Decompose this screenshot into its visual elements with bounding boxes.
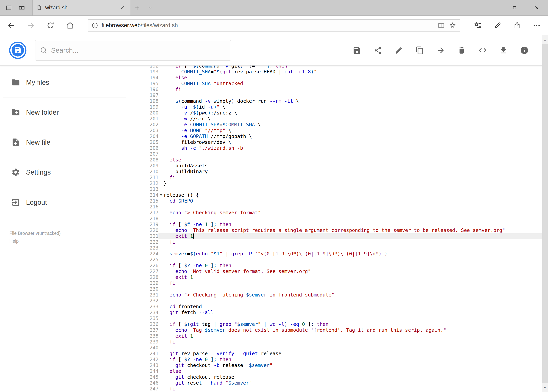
share-button[interactable]: [368, 40, 388, 61]
code-line[interactable]: 221 exit 1: [129, 233, 542, 239]
scroll-up-arrow-icon[interactable]: ▲: [542, 35, 548, 44]
code-text[interactable]: git rev-parse --verify --quiet release: [164, 351, 542, 357]
code-text[interactable]: if [ $(git tag | grep "$semver" | wc -l)…: [164, 321, 542, 327]
code-line[interactable]: 207: [129, 151, 542, 157]
search-input[interactable]: [51, 46, 226, 54]
code-text[interactable]: [164, 186, 542, 192]
code-line[interactable]: 234 git fetch --all: [129, 310, 542, 315]
code-line[interactable]: 194 else: [129, 75, 542, 81]
code-line[interactable]: 224 semver=$(echo "$1" | grep -P '^v(0|[…: [129, 251, 542, 257]
code-line[interactable]: 223: [129, 245, 542, 251]
code-text[interactable]: [164, 257, 542, 263]
code-text[interactable]: fi: [164, 280, 542, 286]
code-line[interactable]: 214▼release () {: [129, 192, 542, 198]
code-line[interactable]: 208 else: [129, 157, 542, 163]
code-text[interactable]: exit 1: [164, 274, 542, 280]
hub-favorites-icon[interactable]: [468, 18, 488, 33]
code-text[interactable]: COMMIT_SHA="$(git rev-parse HEAD | cut -…: [164, 69, 542, 75]
home-icon[interactable]: [60, 18, 80, 33]
tab-close-icon[interactable]: [118, 4, 127, 12]
page-scrollbar[interactable]: ▲ ▼: [542, 35, 548, 392]
code-line[interactable]: 233 cd frontend: [129, 304, 542, 310]
code-text[interactable]: sh -c "./wizard.sh -b": [164, 145, 542, 151]
set-aside-tabs-icon[interactable]: [2, 0, 15, 15]
code-line[interactable]: 220 echo "This release script requires a…: [129, 227, 542, 233]
search-box[interactable]: [35, 40, 231, 61]
code-text[interactable]: echo "Not valid semver format. See semve…: [164, 268, 542, 274]
code-text[interactable]: [164, 315, 542, 321]
reading-view-icon[interactable]: [436, 20, 447, 31]
forward-icon[interactable]: [21, 18, 41, 33]
code-line[interactable]: 209 buildAssets: [129, 163, 542, 169]
code-text[interactable]: if [ $# -ne 1 ]; then: [164, 222, 542, 227]
sidebar-item-new-file[interactable]: New file: [3, 127, 126, 157]
code-text[interactable]: exit 1: [164, 333, 542, 339]
code-line[interactable]: 211 fi: [129, 175, 542, 181]
code-text[interactable]: fi: [164, 175, 542, 181]
code-line[interactable]: 238 exit 1: [129, 333, 542, 339]
code-line[interactable]: 200 -v /$(pwd):/src:z \: [129, 110, 542, 116]
code-line[interactable]: 203 -e HOME="//tmp" \: [129, 128, 542, 133]
code-text[interactable]: echo "Tag $semver does not exist in subm…: [164, 327, 542, 333]
help-link[interactable]: Help: [9, 237, 129, 245]
code-line[interactable]: 192 if [ "$(command -v git)" != "" ]; th…: [129, 66, 542, 69]
info-button[interactable]: [514, 40, 535, 61]
code-text[interactable]: -e HOME="//tmp" \: [164, 128, 542, 133]
code-text[interactable]: git checkout release: [164, 374, 542, 380]
code-view-button[interactable]: [472, 40, 493, 61]
code-line[interactable]: 204 -e GOPATH=//tmp/gopath \: [129, 133, 542, 139]
code-text[interactable]: echo "> Checking matching $semver in fro…: [164, 292, 542, 298]
code-text[interactable]: }: [164, 181, 542, 186]
code-text[interactable]: echo "> Checking semver format": [164, 210, 542, 216]
code-line[interactable]: 219 if [ $# -ne 1 ]; then: [129, 222, 542, 227]
code-text[interactable]: -u "$(id -u)" \: [164, 104, 542, 110]
sidebar-item-new-folder[interactable]: New folder: [3, 98, 126, 127]
code-line[interactable]: 215 cd $REPO: [129, 198, 542, 204]
code-text[interactable]: -e COMMIT_SHA=$COMMIT_SHA \: [164, 122, 542, 128]
code-line[interactable]: 242 if [ $? -ne 0 ]; then: [129, 357, 542, 363]
code-line[interactable]: 239 fi: [129, 339, 542, 345]
code-text[interactable]: release () {: [164, 192, 542, 198]
code-line[interactable]: 230: [129, 286, 542, 292]
save-button[interactable]: [347, 40, 368, 61]
code-line[interactable]: 241 git rev-parse --verify --quiet relea…: [129, 351, 542, 357]
code-line[interactable]: 198 $(command -v winpty) docker run --rm…: [129, 98, 542, 104]
code-line[interactable]: 216: [129, 204, 542, 210]
code-text[interactable]: buildAssets: [164, 163, 542, 169]
code-text[interactable]: filebrowser/dev \: [164, 139, 542, 145]
code-text[interactable]: [164, 92, 542, 98]
code-text[interactable]: else: [164, 368, 542, 374]
code-text[interactable]: -e GOPATH=//tmp/gopath \: [164, 133, 542, 139]
download-button[interactable]: [493, 40, 514, 61]
maximize-button[interactable]: [503, 0, 526, 15]
code-line[interactable]: 217 echo "> Checking semver format": [129, 210, 542, 216]
code-line[interactable]: 226 if [ $? -ne 0 ]; then: [129, 263, 542, 268]
back-icon[interactable]: [1, 18, 21, 33]
code-line[interactable]: 244 else: [129, 368, 542, 374]
code-text[interactable]: -v /$(pwd):/src:z \: [164, 110, 542, 116]
code-text[interactable]: [164, 298, 542, 304]
web-note-pen-icon[interactable]: [488, 18, 507, 33]
code-line[interactable]: 245 git checkout release: [129, 374, 542, 380]
code-text[interactable]: echo "This release script requires a sin…: [164, 227, 542, 233]
code-line[interactable]: 231 echo "> Checking matching $semver in…: [129, 292, 542, 298]
address-bar[interactable]: filebrowser.web/files/wizard.sh: [88, 19, 460, 32]
code-line[interactable]: 197: [129, 92, 542, 98]
code-line[interactable]: 195 COMMIT_SHA="untracked": [129, 81, 542, 86]
code-text[interactable]: COMMIT_SHA="untracked": [164, 81, 542, 86]
code-text[interactable]: [164, 245, 542, 251]
code-text[interactable]: [164, 204, 542, 210]
code-text[interactable]: [164, 286, 542, 292]
code-text[interactable]: [164, 345, 542, 351]
code-text[interactable]: -w //src \: [164, 116, 542, 122]
scrollbar-thumb[interactable]: [542, 44, 548, 383]
fold-arrow-icon[interactable]: ▼: [159, 192, 164, 198]
code-line[interactable]: 212}: [129, 181, 542, 186]
more-menu-icon[interactable]: [527, 18, 547, 33]
share-icon-browser[interactable]: [507, 18, 527, 33]
code-line[interactable]: 236 if [ $(git tag | grep "$semver" | wc…: [129, 321, 542, 327]
code-line[interactable]: 193 COMMIT_SHA="$(git rev-parse HEAD | c…: [129, 69, 542, 75]
sidebar-item-settings[interactable]: Settings: [3, 157, 126, 187]
code-line[interactable]: 222 fi: [129, 239, 542, 245]
code-text[interactable]: git fetch --all: [164, 310, 542, 315]
